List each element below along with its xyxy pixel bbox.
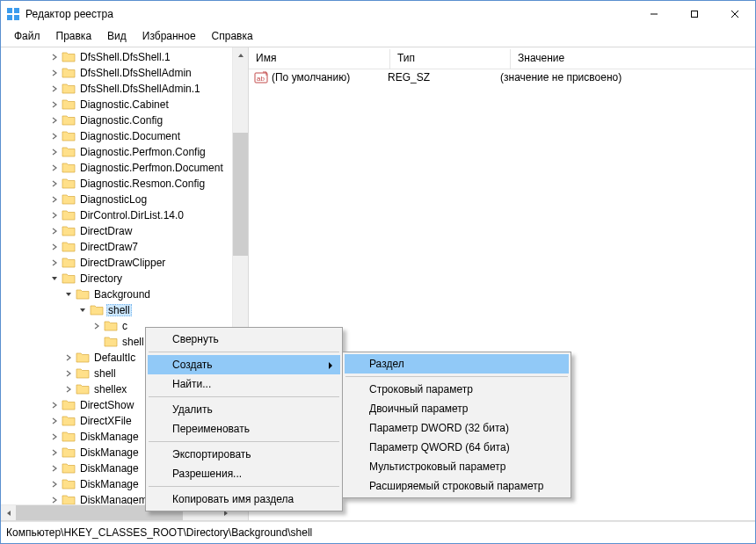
window-buttons xyxy=(634,1,755,27)
menu-view[interactable]: Вид xyxy=(99,28,134,44)
folder-icon xyxy=(62,192,76,207)
ctx-new[interactable]: Создать xyxy=(148,355,340,374)
folder-icon xyxy=(62,446,76,460)
tree-twister-icon[interactable] xyxy=(48,431,61,443)
tree-twister-icon[interactable] xyxy=(48,257,61,269)
tree-item-label: DiskManage xyxy=(78,478,141,490)
scroll-left-icon[interactable] xyxy=(1,505,16,520)
tree-item[interactable]: Diagnostic.Perfmon.Document xyxy=(1,160,248,176)
tree-twister-icon[interactable] xyxy=(62,383,75,395)
tree-item[interactable]: Diagnostic.Document xyxy=(1,128,248,144)
svg-rect-2 xyxy=(7,15,12,20)
folder-icon xyxy=(62,256,76,270)
ctx-collapse[interactable]: Свернуть xyxy=(148,330,340,349)
tree-twister-icon[interactable] xyxy=(48,51,61,63)
tree-twister-icon[interactable] xyxy=(62,367,75,380)
tree-item[interactable]: Diagnostic.Config xyxy=(1,112,248,128)
ctx-new-binary[interactable]: Двоичный параметр xyxy=(345,399,569,418)
col-type[interactable]: Тип xyxy=(390,49,511,69)
close-button[interactable] xyxy=(715,1,755,27)
tree-twister-icon[interactable] xyxy=(48,130,61,142)
folder-icon xyxy=(104,335,118,349)
ctx-copykeyname[interactable]: Копировать имя раздела xyxy=(148,490,340,509)
tree-twister-icon[interactable] xyxy=(48,146,61,158)
tree-item[interactable]: DirControl.DirList.14.0 xyxy=(1,207,248,223)
tree-twister-icon[interactable] xyxy=(48,478,61,490)
list-item[interactable]: ab (По умолчанию) REG_SZ (значение не пр… xyxy=(249,69,755,85)
tree-item-label: DirectShow xyxy=(78,399,135,411)
tree-twister-icon[interactable] xyxy=(48,399,61,411)
tree-twister-icon[interactable] xyxy=(48,114,61,127)
folder-icon xyxy=(62,208,76,222)
menu-separator xyxy=(149,486,339,487)
tree-twister-icon[interactable] xyxy=(48,67,61,79)
tree-twister-icon[interactable] xyxy=(48,241,61,253)
app-window: Редактор реестра Файл Правка Вид Избранн… xyxy=(0,0,756,544)
ctx-new-key[interactable]: Раздел xyxy=(345,354,569,374)
tree-item[interactable]: Diagnostic.Perfmon.Config xyxy=(1,144,248,160)
ctx-new-multistring[interactable]: Мультистроковый параметр xyxy=(345,457,569,476)
tree-item[interactable]: DiagnosticLog xyxy=(1,192,248,207)
tree-item[interactable]: DfsShell.DfsShellAdmin.1 xyxy=(1,81,248,97)
ctx-find[interactable]: Найти... xyxy=(148,374,340,394)
tree-twister-icon[interactable] xyxy=(48,178,61,190)
tree-item[interactable]: DfsShell.DfsShellAdmin xyxy=(1,65,248,81)
tree-twister-icon[interactable] xyxy=(48,446,61,459)
folder-icon xyxy=(62,224,76,238)
tree-item[interactable]: shell xyxy=(1,302,248,318)
tree-item[interactable]: Diagnostic.Resmon.Config xyxy=(1,176,248,192)
tree-twister-icon[interactable] xyxy=(48,415,61,427)
menu-separator xyxy=(149,396,339,397)
ctx-delete[interactable]: Удалить xyxy=(148,400,340,419)
tree-twister-icon[interactable] xyxy=(48,83,61,95)
tree-twister-icon[interactable] xyxy=(48,209,61,221)
svg-text:ab: ab xyxy=(257,75,265,83)
tree-item-label: Diagnostic.Cabinet xyxy=(78,98,171,111)
tree-item[interactable]: Background xyxy=(1,287,248,302)
tree-item[interactable]: DirectDrawClipper xyxy=(1,255,248,271)
tree-twister-icon[interactable] xyxy=(48,162,61,174)
tree-twister-icon[interactable] xyxy=(48,98,61,111)
tree-twister-icon[interactable] xyxy=(48,272,61,285)
folder-icon xyxy=(62,161,76,175)
tree-twister-icon[interactable] xyxy=(91,320,103,332)
col-value[interactable]: Значение xyxy=(511,49,755,69)
ctx-permissions[interactable]: Разрешения... xyxy=(148,464,340,483)
menu-favorites[interactable]: Избранное xyxy=(134,28,204,44)
folder-icon xyxy=(62,477,76,491)
tree-item-label: DefaultIc xyxy=(92,352,137,364)
ctx-new-dword[interactable]: Параметр DWORD (32 бита) xyxy=(345,418,569,438)
tree-item[interactable]: DfsShell.DfsShell.1 xyxy=(1,49,248,65)
scroll-thumb[interactable] xyxy=(233,133,248,256)
ctx-new-qword[interactable]: Параметр QWORD (64 бита) xyxy=(345,438,569,457)
folder-icon xyxy=(62,430,76,444)
tree-item[interactable]: DirectDraw xyxy=(1,223,248,239)
tree-twister-icon[interactable] xyxy=(62,352,75,364)
ctx-rename[interactable]: Переименовать xyxy=(148,419,340,439)
col-name[interactable]: Имя xyxy=(249,49,390,69)
tree-item-label: DiskManage xyxy=(78,446,141,459)
tree-item[interactable]: Directory xyxy=(1,271,248,287)
ctx-export[interactable]: Экспортировать xyxy=(148,445,340,464)
ctx-new-string[interactable]: Строковый параметр xyxy=(345,380,569,399)
tree-item[interactable]: Diagnostic.Cabinet xyxy=(1,97,248,112)
tree-twister-icon[interactable] xyxy=(48,225,61,237)
minimize-button[interactable] xyxy=(634,1,674,27)
tree-item-label: shell xyxy=(92,367,118,380)
tree-item-label: DirectDraw xyxy=(78,225,134,237)
menu-edit[interactable]: Правка xyxy=(48,28,100,44)
context-submenu-new: Раздел Строковый параметр Двоичный парам… xyxy=(342,352,571,498)
tree-item[interactable]: DirectDraw7 xyxy=(1,239,248,255)
menu-file[interactable]: Файл xyxy=(6,28,48,44)
tree-twister-icon[interactable] xyxy=(48,462,61,475)
context-menu: Свернуть Создать Найти... Удалить Переим… xyxy=(145,327,343,511)
folder-icon xyxy=(104,319,118,333)
folder-icon xyxy=(76,366,90,381)
tree-twister-icon[interactable] xyxy=(76,304,89,316)
tree-twister-icon[interactable] xyxy=(48,193,61,206)
maximize-button[interactable] xyxy=(674,1,715,27)
scroll-up-icon[interactable] xyxy=(233,47,248,62)
tree-twister-icon[interactable] xyxy=(62,288,75,301)
menu-help[interactable]: Справка xyxy=(204,28,261,44)
ctx-new-expandstring[interactable]: Расширяемый строковый параметр xyxy=(345,476,569,496)
